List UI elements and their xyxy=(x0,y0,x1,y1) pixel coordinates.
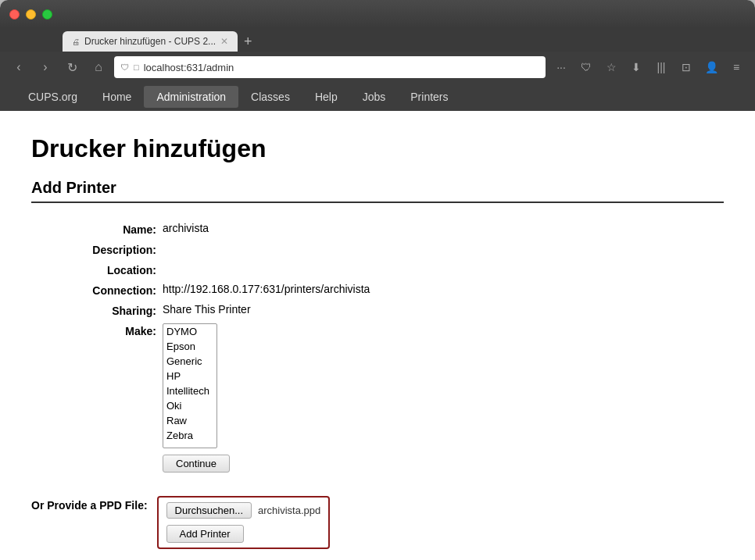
description-row: Description: xyxy=(63,242,724,256)
home-button[interactable]: ⌂ xyxy=(88,56,109,78)
maximize-button[interactable] xyxy=(42,9,52,20)
sharing-label: Sharing: xyxy=(63,303,156,317)
make-label: Make: xyxy=(63,323,156,337)
page-title: Drucker hinzufügen xyxy=(31,134,724,163)
security-icon: 🛡 xyxy=(120,62,129,72)
location-row: Location: xyxy=(63,262,724,276)
cups-menu-bar: CUPS.org Home Administration Classes Hel… xyxy=(0,83,755,111)
menu-item-classes[interactable]: Classes xyxy=(238,86,302,108)
make-row: Make: DYMOEpsonGenericHPIntellitechOkiRa… xyxy=(63,323,724,473)
page-content: Drucker hinzufügen Add Printer Name: arc… xyxy=(0,111,755,560)
browse-button[interactable]: Durchsuchen... xyxy=(166,502,252,519)
tab-title: Drucker hinzufügen - CUPS 2... xyxy=(84,36,216,47)
continue-button[interactable]: Continue xyxy=(163,455,230,473)
minimize-button[interactable] xyxy=(26,9,36,20)
sharing-value: Share This Printer xyxy=(163,303,251,316)
description-label: Description: xyxy=(63,242,156,256)
connection-row: Connection: http://192.168.0.177:631/pri… xyxy=(63,283,724,297)
menu-item-administration[interactable]: Administration xyxy=(144,86,238,108)
add-printer-button[interactable]: Add Printer xyxy=(166,525,244,543)
library-icon[interactable]: ||| xyxy=(650,56,672,78)
download-icon[interactable]: ⬇ xyxy=(625,56,647,78)
ppd-box: Durchsuchen... archivista.ppd Add Printe… xyxy=(157,496,331,549)
name-row: Name: archivista xyxy=(63,222,724,236)
location-label: Location: xyxy=(63,262,156,276)
tab-close-icon[interactable]: ✕ xyxy=(220,36,228,47)
menu-item-cups-org[interactable]: CUPS.org xyxy=(16,86,90,108)
account-icon[interactable]: 👤 xyxy=(700,56,722,78)
navigation-bar: ‹ › ↻ ⌂ 🛡 □ localhost:631/admin ··· 🛡 ☆ … xyxy=(0,52,755,83)
ppd-section: Or Provide a PPD File: Durchsuchen... ar… xyxy=(31,496,724,549)
file-name: archivista.ppd xyxy=(258,505,320,516)
close-button[interactable] xyxy=(9,9,20,20)
file-input-row: Durchsuchen... archivista.ppd xyxy=(166,502,321,519)
name-label: Name: xyxy=(63,222,156,236)
address-text: localhost:631/admin xyxy=(144,62,234,73)
menu-item-printers[interactable]: Printers xyxy=(398,86,460,108)
bookmark-icon[interactable]: ☆ xyxy=(600,56,622,78)
make-select-container: DYMOEpsonGenericHPIntellitechOkiRawZebra… xyxy=(163,323,230,473)
reload-button[interactable]: ↻ xyxy=(61,56,83,78)
name-value: archivista xyxy=(163,222,209,234)
lock-icon: □ xyxy=(134,62,139,72)
printer-form: Name: archivista Description: Location: … xyxy=(63,222,724,473)
connection-value: http://192.168.0.177:631/printers/archiv… xyxy=(163,283,370,295)
more-options-icon[interactable]: ··· xyxy=(550,56,572,78)
back-button[interactable]: ‹ xyxy=(8,56,30,78)
menu-item-help[interactable]: Help xyxy=(302,86,350,108)
tab-favicon-icon: 🖨 xyxy=(72,37,80,46)
make-listbox[interactable]: DYMOEpsonGenericHPIntellitechOkiRawZebra xyxy=(163,323,217,448)
sidebar-icon[interactable]: ⊡ xyxy=(675,56,697,78)
connection-label: Connection: xyxy=(63,283,156,297)
forward-button[interactable]: › xyxy=(34,56,56,78)
shield-icon[interactable]: 🛡 xyxy=(575,56,597,78)
new-tab-button[interactable]: + xyxy=(238,34,259,50)
menu-item-home[interactable]: Home xyxy=(90,86,144,108)
browser-window: 🖨 Drucker hinzufügen - CUPS 2... ✕ + ‹ ›… xyxy=(0,0,755,560)
ppd-label: Or Provide a PPD File: xyxy=(31,496,148,512)
section-title: Add Printer xyxy=(31,179,724,203)
menu-icon[interactable]: ≡ xyxy=(725,56,747,78)
title-bar xyxy=(0,0,755,28)
tab-bar: 🖨 Drucker hinzufügen - CUPS 2... ✕ + xyxy=(0,28,755,52)
menu-item-jobs[interactable]: Jobs xyxy=(350,86,399,108)
address-bar[interactable]: 🛡 □ localhost:631/admin xyxy=(114,56,546,78)
sharing-row: Sharing: Share This Printer xyxy=(63,303,724,317)
active-tab[interactable]: 🖨 Drucker hinzufügen - CUPS 2... ✕ xyxy=(63,31,238,52)
nav-right-buttons: ··· 🛡 ☆ ⬇ ||| ⊡ 👤 ≡ xyxy=(550,56,747,78)
